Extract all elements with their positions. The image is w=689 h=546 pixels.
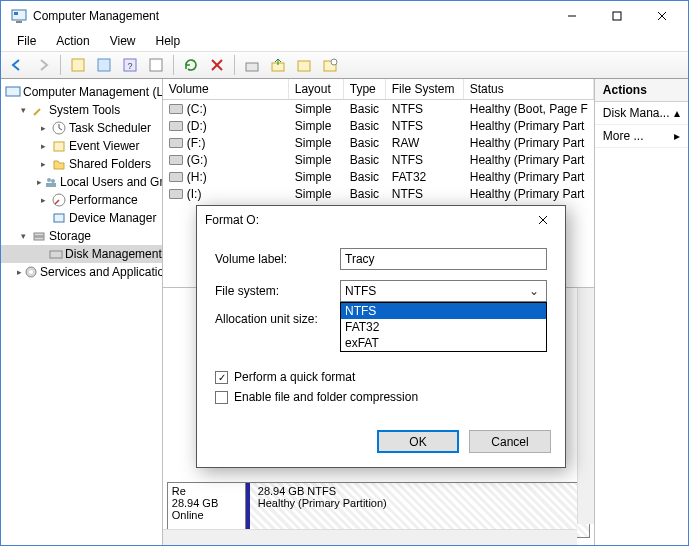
dialog-titlebar[interactable]: Format O:	[197, 206, 565, 234]
checkbox-checked-icon: ✓	[215, 371, 228, 384]
volume-row[interactable]: (I:)SimpleBasicNTFSHealthy (Primary Part	[163, 185, 594, 202]
minimize-button[interactable]	[549, 1, 594, 31]
volume-row[interactable]: (H:)SimpleBasicFAT32Healthy (Primary Par…	[163, 168, 594, 185]
volume-row[interactable]: (F:)SimpleBasicRAWHealthy (Primary Part	[163, 134, 594, 151]
svg-rect-24	[46, 183, 56, 187]
clock-icon	[51, 120, 67, 136]
toolbar-icon-6[interactable]	[266, 53, 290, 77]
tree-storage[interactable]: ▾Storage	[1, 227, 162, 245]
tree-services[interactable]: ▸Services and Applicatio	[1, 263, 162, 281]
volume-label-label: Volume label:	[215, 252, 340, 266]
maximize-button[interactable]	[594, 1, 639, 31]
menu-file[interactable]: File	[7, 32, 46, 50]
tree-root-label: Computer Management (L	[23, 85, 163, 99]
part-status: Healthy (Primary Partition)	[252, 497, 583, 509]
compression-checkbox[interactable]: Enable file and folder compression	[215, 390, 547, 404]
chevron-down-icon[interactable]: ▾	[17, 230, 29, 242]
svg-point-18	[331, 59, 337, 65]
toolbar-icon-2[interactable]	[92, 53, 116, 77]
chevron-right-icon[interactable]: ▸	[37, 158, 49, 170]
volume-row[interactable]: (C:)SimpleBasicNTFSHealthy (Boot, Page F	[163, 100, 594, 117]
file-system-dropdown[interactable]: NTFS FAT32 exFAT	[340, 302, 547, 352]
chevron-right-icon[interactable]: ▸	[37, 140, 49, 152]
horizontal-scrollbar[interactable]	[163, 529, 577, 546]
tree-task[interactable]: ▸Task Scheduler	[1, 119, 162, 137]
svg-rect-26	[54, 214, 64, 222]
chevron-right-icon[interactable]: ▸	[37, 176, 42, 188]
tree-shared[interactable]: ▸Shared Folders	[1, 155, 162, 173]
col-type[interactable]: Type	[344, 79, 386, 99]
toolbar-icon-5[interactable]	[240, 53, 264, 77]
fs-option-fat32[interactable]: FAT32	[341, 319, 546, 335]
svg-rect-7	[72, 59, 84, 71]
svg-text:?: ?	[127, 61, 132, 71]
chevron-right-icon[interactable]: ▸	[37, 122, 49, 134]
refresh-button[interactable]	[179, 53, 203, 77]
vertical-scrollbar[interactable]	[577, 288, 594, 524]
tree-devmgr[interactable]: ▸Device Manager	[1, 209, 162, 227]
toolbar-icon-1[interactable]	[66, 53, 90, 77]
tree-devmgr-label: Device Manager	[69, 211, 156, 225]
volume-list-header[interactable]: Volume Layout Type File System Status	[163, 79, 594, 100]
dialog-title: Format O:	[205, 213, 259, 227]
svg-rect-16	[298, 61, 310, 71]
col-volume[interactable]: Volume	[163, 79, 289, 99]
quick-format-checkbox[interactable]: ✓ Perform a quick format	[215, 370, 547, 384]
allocation-label: Allocation unit size:	[215, 312, 340, 326]
tree-event-label: Event Viewer	[69, 139, 139, 153]
col-fs[interactable]: File System	[386, 79, 464, 99]
svg-rect-27	[34, 233, 44, 236]
toolbar-icon-7[interactable]	[292, 53, 316, 77]
tree-event[interactable]: ▸Event Viewer	[1, 137, 162, 155]
folder-icon	[51, 156, 67, 172]
volume-row[interactable]: (D:)SimpleBasicNTFSHealthy (Primary Part	[163, 117, 594, 134]
volume-row[interactable]: (G:)SimpleBasicNTFSHealthy (Primary Part	[163, 151, 594, 168]
tools-icon	[31, 102, 47, 118]
part-size: 28.94 GB NTFS	[252, 485, 583, 497]
checkbox-unchecked-icon	[215, 391, 228, 404]
dialog-close-button[interactable]	[529, 209, 557, 231]
col-layout[interactable]: Layout	[289, 79, 344, 99]
actions-diskmana[interactable]: Disk Mana... ▴	[595, 102, 688, 125]
window-title: Computer Management	[33, 9, 549, 23]
actions-pane: Actions Disk Mana... ▴ More ... ▸	[595, 79, 688, 545]
navigation-tree[interactable]: Computer Management (L ▾ System Tools ▸T…	[1, 79, 163, 545]
tree-perf-label: Performance	[69, 193, 138, 207]
tree-users[interactable]: ▸Local Users and Gro	[1, 173, 162, 191]
tree-diskmgmt-label: Disk Management	[65, 247, 162, 261]
event-icon	[51, 138, 67, 154]
tree-perf[interactable]: ▸Performance	[1, 191, 162, 209]
format-dialog: Format O: Volume label: File system: NTF…	[196, 205, 566, 468]
menu-help[interactable]: Help	[146, 32, 191, 50]
col-status[interactable]: Status	[464, 79, 594, 99]
tree-services-label: Services and Applicatio	[40, 265, 163, 279]
file-system-value: NTFS	[345, 284, 376, 298]
close-button[interactable]	[639, 1, 684, 31]
menu-view[interactable]: View	[100, 32, 146, 50]
cancel-button[interactable]: Cancel	[469, 430, 551, 453]
collapse-icon: ▴	[674, 106, 680, 120]
chevron-right-icon[interactable]: ▸	[17, 266, 22, 278]
toolbar-icon-4[interactable]	[144, 53, 168, 77]
back-button[interactable]	[5, 53, 29, 77]
tree-root[interactable]: Computer Management (L	[1, 83, 162, 101]
fs-option-ntfs[interactable]: NTFS	[341, 303, 546, 319]
forward-button[interactable]	[31, 53, 55, 77]
file-system-select[interactable]: NTFS ⌄ NTFS FAT32 exFAT	[340, 280, 547, 302]
fs-option-exfat[interactable]: exFAT	[341, 335, 546, 351]
tree-systools[interactable]: ▾ System Tools	[1, 101, 162, 119]
menu-action[interactable]: Action	[46, 32, 99, 50]
toolbar-icon-3[interactable]: ?	[118, 53, 142, 77]
delete-button[interactable]	[205, 53, 229, 77]
tree-diskmgmt[interactable]: ▸Disk Management	[1, 245, 162, 263]
actions-diskmana-label: Disk Mana...	[603, 106, 670, 120]
chevron-right-icon[interactable]: ▸	[37, 194, 49, 206]
chevron-down-icon[interactable]: ⌄	[526, 284, 542, 298]
volume-label-input[interactable]	[340, 248, 547, 270]
svg-rect-8	[98, 59, 110, 71]
compression-label: Enable file and folder compression	[234, 390, 418, 404]
chevron-down-icon[interactable]: ▾	[17, 104, 29, 116]
toolbar-icon-8[interactable]	[318, 53, 342, 77]
actions-more[interactable]: More ... ▸	[595, 125, 688, 148]
ok-button[interactable]: OK	[377, 430, 459, 453]
